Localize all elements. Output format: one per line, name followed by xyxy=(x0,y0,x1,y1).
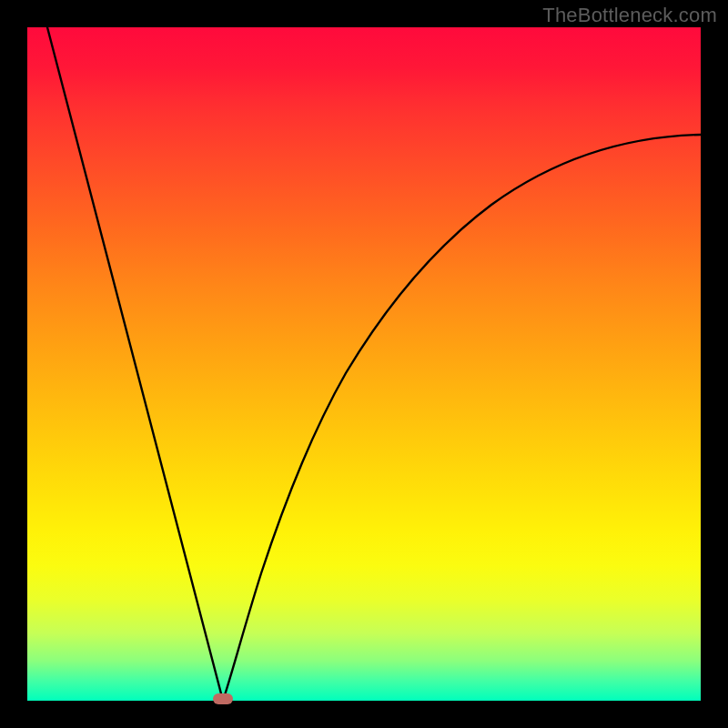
bottleneck-curve xyxy=(27,27,701,701)
chart-frame: TheBottleneck.com xyxy=(0,0,728,728)
curve-right-branch xyxy=(223,135,701,701)
watermark-text: TheBottleneck.com xyxy=(542,4,717,27)
minimum-marker xyxy=(213,693,233,704)
curve-left-branch xyxy=(47,27,223,701)
plot-area xyxy=(27,27,701,701)
